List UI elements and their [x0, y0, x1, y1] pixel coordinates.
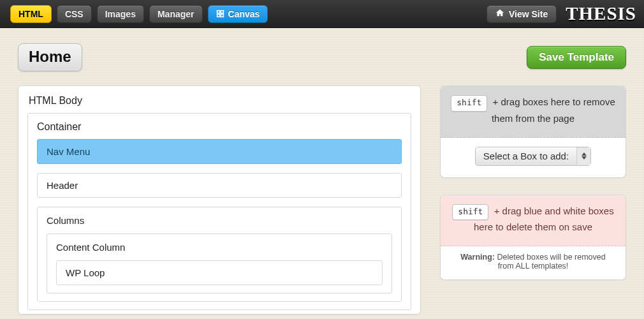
- main-area: HTML Body Container Nav Menu Header Colu…: [0, 71, 644, 315]
- delete-dropzone[interactable]: shift + drag blue and white boxes here t…: [441, 195, 626, 247]
- svg-rect-2: [217, 14, 219, 17]
- box-html-body-label: HTML Body: [29, 95, 410, 107]
- tab-html[interactable]: HTML: [10, 5, 52, 23]
- tab-images[interactable]: Images: [97, 5, 144, 23]
- tab-manager[interactable]: Manager: [149, 5, 203, 23]
- delete-hint-text: + drag blue and white boxes here to dele…: [474, 205, 614, 233]
- remove-dropzone[interactable]: shift + drag boxes here to remove them f…: [441, 86, 626, 138]
- box-wp-loop[interactable]: WP Loop: [56, 260, 383, 285]
- box-container[interactable]: Container Nav Menu Header Columns Conten…: [27, 113, 411, 310]
- box-header[interactable]: Header: [37, 173, 402, 198]
- add-box-section: Select a Box to add:: [441, 138, 626, 177]
- page-title[interactable]: Home: [18, 43, 82, 71]
- box-columns[interactable]: Columns Content Column WP Loop: [37, 207, 402, 302]
- add-box-select[interactable]: Select a Box to add:: [475, 147, 591, 166]
- warning-label: Warning:: [460, 253, 495, 262]
- delete-warning: Warning: Deleted boxes will be removed f…: [441, 246, 626, 279]
- tab-canvas[interactable]: Canvas: [208, 5, 268, 23]
- box-content-column-label: Content Column: [56, 242, 383, 253]
- select-stepper-icon: [576, 147, 590, 165]
- delete-card: shift + drag blue and white boxes here t…: [440, 195, 626, 281]
- remove-card: shift + drag boxes here to remove them f…: [440, 85, 626, 178]
- canvas-icon: [216, 10, 224, 18]
- box-wp-loop-label: WP Loop: [66, 267, 373, 278]
- svg-rect-0: [217, 11, 219, 13]
- box-nav-menu-label: Nav Menu: [47, 146, 392, 157]
- remove-hint-text: + drag boxes here to remove them from th…: [492, 96, 615, 124]
- box-header-label: Header: [47, 180, 392, 191]
- kbd-shift: shift: [452, 204, 488, 221]
- home-icon: [495, 8, 504, 19]
- tab-label: Images: [105, 9, 136, 19]
- tab-label: HTML: [18, 9, 43, 19]
- tab-label: CSS: [65, 9, 84, 19]
- title-row: Home Save Template: [0, 28, 644, 71]
- brand-logo: THESIS: [566, 3, 636, 24]
- add-box-select-label: Select a Box to add:: [476, 151, 576, 161]
- view-site-button[interactable]: View Site: [487, 5, 557, 23]
- top-tabs: HTML CSS Images Manager Canvas: [10, 5, 268, 23]
- remove-hint: shift + drag boxes here to remove them f…: [451, 95, 615, 126]
- tab-css[interactable]: CSS: [57, 5, 92, 23]
- delete-hint: shift + drag blue and white boxes here t…: [451, 204, 615, 235]
- sidebar: shift + drag boxes here to remove them f…: [440, 85, 626, 280]
- box-columns-label: Columns: [47, 215, 392, 226]
- box-nav-menu[interactable]: Nav Menu: [37, 139, 402, 164]
- warning-text: Deleted boxes will be removed from ALL t…: [497, 253, 605, 271]
- save-template-button[interactable]: Save Template: [527, 46, 626, 69]
- tab-label: Canvas: [228, 9, 260, 19]
- box-content-column[interactable]: Content Column WP Loop: [47, 234, 392, 293]
- box-container-label: Container: [37, 121, 402, 133]
- view-site-label: View Site: [509, 9, 548, 19]
- top-bar: HTML CSS Images Manager Canvas View Site…: [0, 0, 644, 28]
- save-template-label: Save Template: [539, 51, 614, 64]
- kbd-shift: shift: [451, 95, 487, 112]
- structure-panel: HTML Body Container Nav Menu Header Colu…: [18, 85, 421, 315]
- svg-rect-3: [221, 14, 223, 17]
- tab-label: Manager: [157, 9, 194, 19]
- svg-rect-1: [221, 11, 223, 13]
